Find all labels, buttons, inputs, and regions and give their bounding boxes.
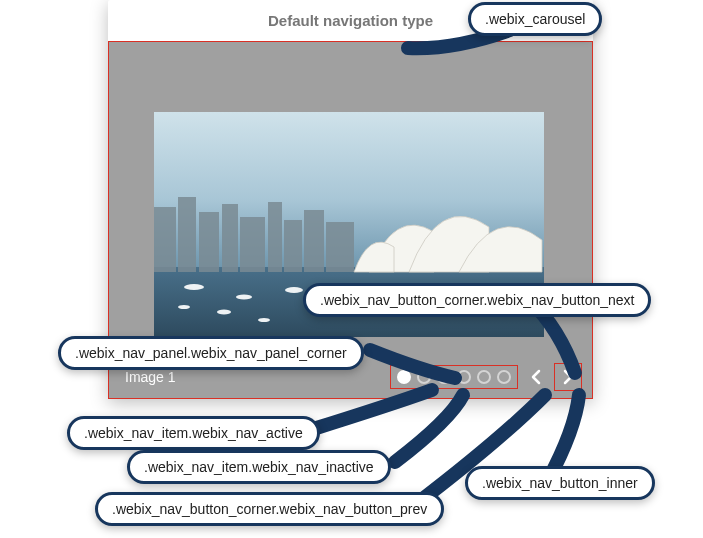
nav-item-active[interactable]: [397, 370, 411, 384]
svg-rect-7: [268, 202, 282, 272]
image-label: Image 1: [119, 369, 176, 385]
svg-rect-5: [222, 204, 238, 272]
svg-point-11: [184, 284, 204, 290]
svg-point-13: [285, 287, 303, 293]
nav-item-inactive[interactable]: [437, 370, 451, 384]
callout-inactive-item: .webix_nav_item.webix_nav_inactive: [127, 450, 391, 484]
nav-next-button[interactable]: [554, 363, 582, 391]
svg-rect-2: [154, 207, 176, 272]
svg-rect-6: [240, 217, 265, 272]
chevron-right-icon: [562, 369, 574, 385]
svg-rect-3: [178, 197, 196, 272]
svg-rect-9: [304, 210, 324, 272]
svg-rect-4: [199, 212, 219, 272]
nav-item-inactive[interactable]: [477, 370, 491, 384]
svg-point-12: [236, 295, 252, 300]
svg-point-14: [217, 310, 231, 315]
svg-rect-10: [326, 222, 354, 272]
callout-next: .webix_nav_button_corner.webix_nav_butto…: [303, 283, 651, 317]
nav-item-inactive[interactable]: [457, 370, 471, 384]
callout-active-item: .webix_nav_item.webix_nav_active: [67, 416, 320, 450]
nav-prev-button[interactable]: [522, 363, 550, 391]
callout-carousel: .webix_carousel: [468, 2, 602, 36]
svg-rect-8: [284, 220, 302, 272]
callout-panel: .webix_nav_panel.webix_nav_panel_corner: [58, 336, 364, 370]
callout-prev: .webix_nav_button_corner.webix_nav_butto…: [95, 492, 444, 526]
svg-point-17: [178, 305, 190, 309]
nav-item-inactive[interactable]: [497, 370, 511, 384]
chevron-left-icon: [530, 369, 542, 385]
nav-item-inactive[interactable]: [417, 370, 431, 384]
svg-point-16: [258, 318, 270, 322]
callout-inner: .webix_nav_button_inner: [465, 466, 655, 500]
nav-panel: [390, 365, 518, 389]
